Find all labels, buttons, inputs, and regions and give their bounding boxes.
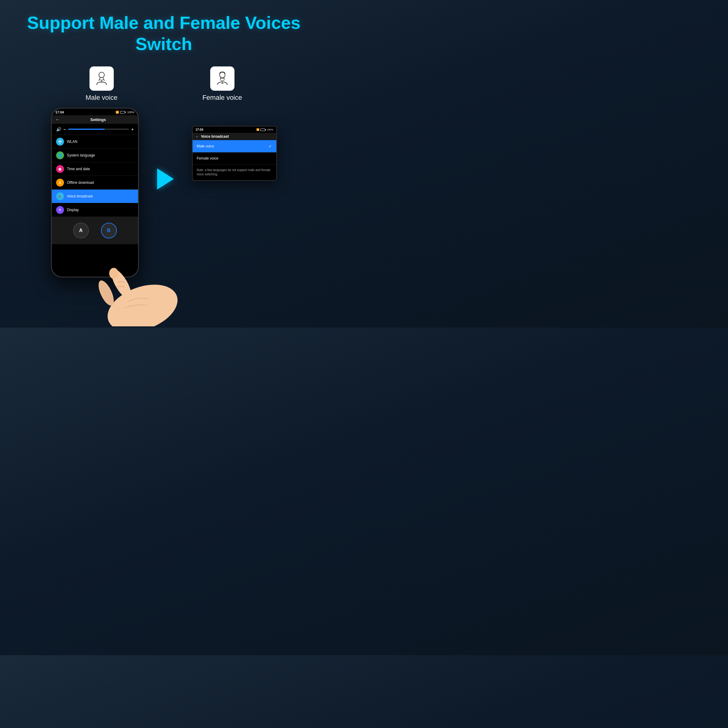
vb-male-label: Male voice	[197, 144, 214, 148]
male-voice-item: Male voice	[86, 66, 118, 102]
male-voice-icon-box	[89, 66, 114, 91]
vb-battery	[260, 128, 266, 131]
vb-battery-percent: 100%	[267, 128, 273, 131]
vb-option-male[interactable]: Male voice ✓	[193, 140, 276, 153]
svg-point-12	[96, 278, 117, 308]
time-label: Time and date	[67, 167, 90, 171]
battery-icon	[120, 111, 126, 113]
female-voice-label: Female voice	[202, 94, 242, 102]
phone-device: 17:04 📶 100% ← Settings	[51, 108, 139, 278]
vb-note: Note: a few languages do not support mal…	[193, 164, 276, 180]
phone-inner: 17:04 📶 100% ← Settings	[52, 109, 138, 277]
display-label: Display	[67, 208, 79, 212]
vb-nav: ← Voice broadcast	[193, 133, 276, 140]
phone-screen-title: Settings	[62, 118, 135, 122]
voice-broadcast-panel: 17:04 📶 100% ← Voice broadcast Male voic…	[192, 126, 277, 181]
phone-nav-bar: ← Settings	[52, 115, 138, 124]
volume-fill	[68, 128, 105, 130]
vb-female-label: Female voice	[197, 156, 219, 161]
header-section: Support Male and Female Voices Switch	[0, 0, 327, 60]
menu-item-time[interactable]: ⏰ Time and date	[52, 162, 138, 176]
female-voice-icon-box	[210, 66, 234, 91]
volume-row: 🔊 − +	[52, 124, 138, 135]
menu-item-display[interactable]: ☀ Display	[52, 203, 138, 217]
phone-bottom: A B	[52, 217, 138, 244]
vb-option-female[interactable]: Female voice	[193, 153, 276, 164]
volume-plus[interactable]: +	[132, 127, 134, 132]
vb-time: 17:04	[196, 128, 203, 132]
direction-arrow	[157, 168, 174, 190]
language-label: System language	[67, 153, 95, 158]
menu-item-wlan[interactable]: WLAN	[52, 135, 138, 148]
vb-check-icon: ✓	[268, 144, 272, 148]
phone-btn-b[interactable]: B	[101, 223, 117, 239]
display-icon: ☀	[56, 206, 64, 214]
svg-rect-1	[100, 78, 104, 80]
time-icon: ⏰	[56, 165, 64, 173]
offline-icon: ⬇	[56, 179, 64, 187]
menu-item-language[interactable]: 🌐 System language	[52, 148, 138, 162]
phone-btn-a[interactable]: A	[73, 223, 89, 239]
phone-status-bar: 17:04 📶 100%	[52, 109, 138, 115]
voice-broadcast-label: Voice broadcast	[67, 194, 93, 198]
male-voice-label: Male voice	[86, 94, 118, 102]
back-arrow-icon[interactable]: ←	[55, 117, 60, 122]
wlan-icon	[56, 138, 64, 145]
vb-title: Voice broadcast	[201, 135, 229, 139]
female-voice-item: Female voice	[202, 66, 242, 102]
wlan-label: WLAN	[67, 139, 78, 144]
phone-status-icons: 📶 100%	[116, 111, 134, 114]
vb-back-arrow[interactable]: ←	[196, 135, 199, 139]
vb-wifi-icon: 📶	[256, 128, 259, 131]
main-title: Support Male and Female Voices Switch	[18, 12, 309, 54]
language-icon: 🌐	[56, 151, 64, 159]
volume-icon: 🔊	[56, 127, 61, 132]
menu-item-offline[interactable]: ⬇ Offline download	[52, 176, 138, 190]
phone-time: 17:04	[55, 110, 64, 114]
btn-a-label: A	[79, 228, 83, 233]
btn-b-label: B	[107, 228, 111, 233]
voice-broadcast-icon: 🔊	[56, 192, 64, 200]
svg-point-0	[99, 72, 104, 78]
offline-label: Offline download	[67, 180, 94, 185]
svg-point-10	[101, 276, 179, 326]
menu-item-voice[interactable]: 🔊 Voice broadcast	[52, 190, 138, 203]
battery-percent: 100%	[127, 111, 134, 114]
main-content: 17:04 📶 100% ← Settings	[0, 105, 327, 278]
female-person-icon	[214, 70, 231, 87]
svg-point-7	[220, 72, 225, 78]
vb-status-icons: 📶 100%	[256, 128, 273, 131]
arrow-container	[157, 108, 174, 190]
voice-icons-row: Male voice Female voice	[0, 66, 327, 102]
side-button	[138, 145, 139, 157]
volume-minus[interactable]: −	[64, 127, 66, 132]
male-person-icon	[93, 70, 110, 87]
vb-status-bar: 17:04 📶 100%	[193, 127, 276, 133]
volume-slider[interactable]	[68, 128, 129, 130]
phone-frame: 17:04 📶 100% ← Settings	[51, 108, 139, 278]
wifi-icon: 📶	[116, 111, 119, 114]
